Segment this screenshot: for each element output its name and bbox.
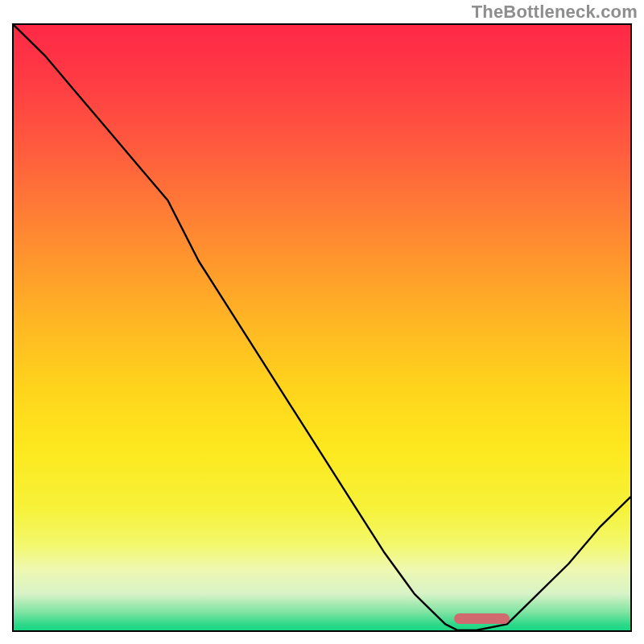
optimal-marker xyxy=(454,613,510,624)
curve-overlay xyxy=(14,25,630,630)
chart-container: TheBottleneck.com xyxy=(0,0,644,644)
plot-area xyxy=(12,23,632,632)
watermark-text: TheBottleneck.com xyxy=(472,2,638,23)
bottleneck-curve xyxy=(14,25,630,630)
